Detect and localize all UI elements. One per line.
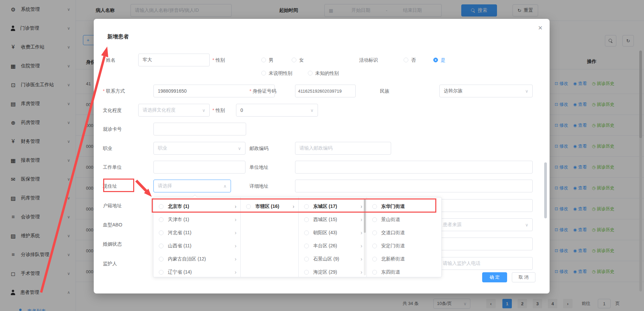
cascader-option[interactable]: 交道口街道 [367,226,441,239]
cascader-option-label: 海淀区 (29) [313,269,337,275]
chevron-right-icon: › [360,243,362,249]
cascader-option[interactable]: 辽宁省 (14)› [153,266,240,277]
radio-icon [159,244,164,248]
occupation-select[interactable]: 职业∨ [153,142,245,155]
cascader-option-label: 辽宁省 (14) [168,269,192,275]
cascader-option-label: 朝阳区 (43) [313,230,337,236]
gender-code-label: 性别 [212,108,225,113]
chevron-right-icon: › [235,256,236,262]
ethnicity-label: 民族 [380,89,389,93]
ethnicity-select[interactable]: 达斡尔族∨ [439,85,533,97]
name-input[interactable]: 牢大 [138,54,210,66]
chevron-right-icon: › [235,204,236,210]
cascader-option-label: 河北省 (11) [168,230,192,236]
cascader-option-label: 东城区 (17) [313,204,337,210]
radio-icon [372,244,377,248]
radio-icon [308,71,313,75]
postal-input[interactable]: 请输入邮政编码 [295,142,391,155]
cascader-option[interactable]: 东华门街道 [367,200,441,213]
current-address-cascader[interactable]: 请选择∧ [153,180,231,192]
cascader-option-label: 安定门街道 [381,243,405,249]
cascader-scrollbar-thumb[interactable] [364,199,366,233]
radio-icon [159,204,164,209]
radio-icon [304,217,309,222]
chevron-right-icon: › [360,230,362,236]
education-select[interactable]: 请选择文化程度∨ [138,104,210,117]
marital-right-input[interactable] [438,238,533,250]
cascader-column-2: 市辖区 (16)› [241,197,299,277]
cascader-option[interactable]: 山西省 (11)› [153,239,240,252]
confirm-button[interactable]: 确 定 [482,272,507,282]
radio-icon [372,204,377,209]
name-label: 姓名 [103,58,115,62]
active-flag-radio-no[interactable]: 否 [404,58,416,62]
cascader-column-1: 北京市 (1)›天津市 (1)›河北省 (11)›山西省 (11)›内蒙古自治区… [153,197,241,277]
cascader-option[interactable]: 北新桥街道 [367,252,441,266]
detail-address-input[interactable] [295,180,533,192]
occupation-label: 职业 [103,146,112,151]
visit-card-input[interactable] [153,123,246,135]
gender-radio-unknown[interactable]: 未知的性别 [308,71,339,75]
education-label: 文化程度 [103,108,122,113]
cascader-option[interactable]: 西城区 (15)› [299,213,367,226]
cascader-option[interactable]: 河北省 (11)› [153,226,240,239]
chevron-right-icon: › [360,256,362,262]
guardian-phone-input[interactable]: 请输入监护人电话 [438,257,533,270]
household-address-label: 户籍地址 [103,203,122,208]
chevron-down-icon: ∨ [525,89,528,94]
chevron-down-icon: ∨ [310,108,314,113]
gender-radio-male[interactable]: 男 [261,58,273,62]
cascader-option[interactable]: 石景山区 (9)› [299,252,367,266]
radio-icon [304,244,309,248]
radio-checked-icon [433,58,438,62]
radio-icon [304,230,309,235]
id-number-input[interactable]: 411625192602039719 [295,85,356,97]
cancel-button[interactable]: 取 消 [512,272,535,282]
address-cascader-panel: 北京市 (1)›天津市 (1)›河北省 (11)›山西省 (11)›内蒙古自治区… [153,197,442,277]
cascader-option-label: 内蒙古自治区 (12) [168,256,206,262]
radio-icon [304,257,309,261]
modal-title: 新增患者 [107,33,129,40]
household-detail-input[interactable] [438,199,533,212]
cascader-option[interactable]: 朝阳区 (43)› [299,226,367,239]
gender-label: 性别 [212,58,225,62]
gender-radio-female[interactable]: 女 [292,58,304,62]
chevron-right-icon: › [293,204,294,210]
chevron-right-icon: › [235,217,236,223]
cascader-option[interactable]: 东四街道 [367,266,441,277]
radio-icon [292,58,296,62]
close-icon[interactable]: × [538,24,543,32]
gender-code-select[interactable]: 0∨ [236,104,318,117]
chevron-down-icon: ∨ [202,108,205,113]
cascader-option[interactable]: 市辖区 (16)› [241,200,298,213]
marital-status-label: 婚姻状态 [103,242,122,246]
patient-source-select[interactable]: 患者来源∨ [438,218,533,231]
cascader-option-label: 石景山区 (9) [313,256,339,262]
cascader-option[interactable]: 天津市 (1)› [153,213,240,226]
chevron-right-icon: › [360,217,362,223]
work-unit-input[interactable] [153,161,245,174]
chevron-right-icon: › [235,243,236,249]
radio-icon [159,230,164,235]
active-flag-radio-yes[interactable]: 是 [433,58,445,62]
cascader-option[interactable]: 海淀区 (29)› [299,266,367,277]
cascader-option[interactable]: 丰台区 (26)› [299,239,367,252]
cascader-option[interactable]: 东城区 (17)› [299,200,367,213]
cascader-option[interactable]: 北京市 (1)› [153,200,240,213]
detail-address-label: 详细地址 [250,184,268,188]
chevron-right-icon: › [235,230,236,236]
radio-icon [372,270,377,275]
cascader-option[interactable]: 景山街道 [367,213,441,226]
cascader-option-label: 景山街道 [381,217,400,223]
cascader-option-label: 东四街道 [381,269,400,275]
chevron-right-icon: › [235,269,236,275]
radio-icon [372,230,377,235]
cascader-option[interactable]: 安定门街道 [367,239,441,252]
cascader-option[interactable]: 内蒙古自治区 (12)› [153,252,240,266]
cascader-option-label: 天津市 (1) [168,217,189,223]
cascader-column-3: 东城区 (17)›西城区 (15)›朝阳区 (43)›丰台区 (26)›石景山区… [299,197,367,277]
modal-scrollbar-thumb[interactable] [544,162,547,218]
app-root: ⚙系统管理∨门诊管理∨¥收费工作站∨▦住院管理∨⊡门诊医生工作站∨▤库房管理∨⊕… [0,0,644,311]
unit-address-input[interactable] [295,161,533,174]
gender-radio-unspecified[interactable]: 未说明性别 [261,71,292,75]
